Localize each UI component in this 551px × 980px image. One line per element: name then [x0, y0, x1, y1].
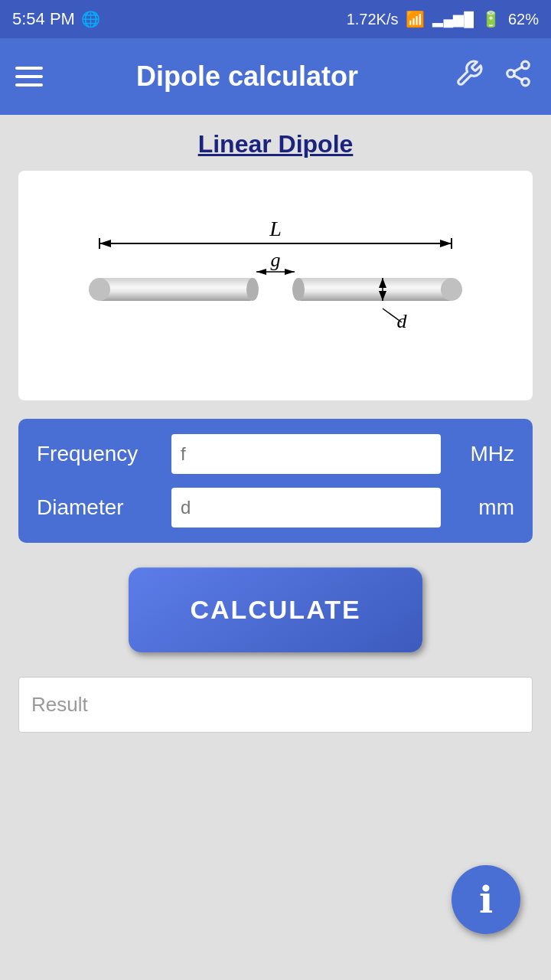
svg-point-16 — [292, 278, 305, 301]
speed-indicator: 1.72K/s — [347, 11, 399, 28]
svg-line-3 — [514, 75, 523, 80]
svg-text:L: L — [269, 217, 282, 240]
info-fab-button[interactable]: ℹ — [452, 865, 520, 934]
wifi-icon: 📶 — [406, 10, 425, 28]
frequency-unit: MHz — [453, 442, 514, 466]
calculate-button[interactable]: CALCULATE — [129, 567, 422, 652]
svg-text:g: g — [271, 249, 281, 271]
status-right: 1.72K/s 📶 ▂▄▆█ 🔋 62% — [347, 10, 539, 28]
status-time: 5:54 PM 🌐 — [12, 9, 100, 29]
dipole-diagram: L — [54, 194, 497, 377]
main-content: Linear Dipole L — [0, 115, 551, 733]
frequency-row: Frequency MHz — [37, 434, 514, 474]
input-section: Frequency MHz Diameter mm — [18, 419, 533, 543]
status-bar: 5:54 PM 🌐 1.72K/s 📶 ▂▄▆█ 🔋 62% — [0, 0, 551, 38]
svg-line-4 — [514, 67, 523, 71]
diameter-row: Diameter mm — [37, 488, 514, 528]
svg-point-13 — [89, 278, 110, 301]
tools-button[interactable] — [452, 56, 487, 98]
frequency-label: Frequency — [37, 442, 159, 466]
app-bar-actions — [452, 56, 536, 98]
share-button[interactable] — [500, 56, 536, 98]
network-icon: 🌐 — [81, 10, 100, 28]
diameter-unit: mm — [453, 495, 514, 520]
svg-rect-15 — [298, 278, 452, 301]
calculate-button-wrapper: CALCULATE — [12, 567, 539, 652]
info-icon: ℹ — [479, 878, 493, 921]
svg-text:d: d — [397, 310, 408, 332]
battery-icon: 🔋 — [481, 10, 500, 28]
diameter-label: Diameter — [37, 495, 159, 520]
result-field: Result — [18, 677, 533, 733]
svg-rect-12 — [99, 278, 253, 301]
app-bar: Dipole calculator — [0, 38, 551, 115]
frequency-input[interactable] — [171, 434, 441, 474]
svg-point-14 — [246, 278, 259, 301]
app-title: Dipole calculator — [61, 60, 433, 93]
diameter-input[interactable] — [171, 488, 441, 528]
menu-button[interactable] — [15, 67, 43, 87]
svg-point-17 — [441, 278, 462, 301]
battery-percent: 62% — [508, 11, 539, 28]
page-title: Linear Dipole — [12, 115, 539, 171]
signal-icon: ▂▄▆█ — [432, 11, 474, 28]
diagram-container: L — [18, 171, 533, 400]
